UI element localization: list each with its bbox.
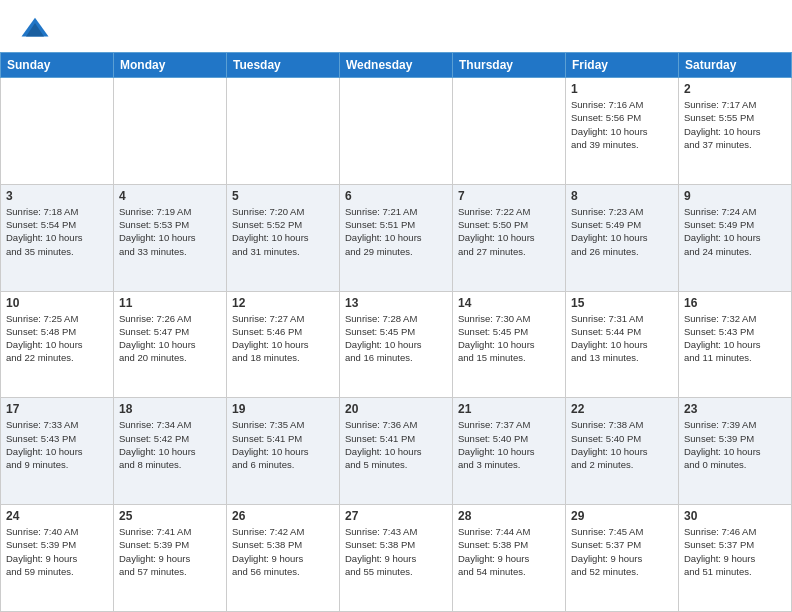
day-info: Sunrise: 7:38 AMSunset: 5:40 PMDaylight:… (571, 418, 673, 471)
day-number: 29 (571, 509, 673, 523)
calendar-week-row: 3Sunrise: 7:18 AMSunset: 5:54 PMDaylight… (1, 184, 792, 291)
weekday-header-wednesday: Wednesday (340, 53, 453, 78)
calendar-cell: 27Sunrise: 7:43 AMSunset: 5:38 PMDayligh… (340, 505, 453, 612)
day-info: Sunrise: 7:30 AMSunset: 5:45 PMDaylight:… (458, 312, 560, 365)
calendar-cell: 29Sunrise: 7:45 AMSunset: 5:37 PMDayligh… (566, 505, 679, 612)
header (0, 0, 792, 52)
logo-icon (20, 14, 50, 44)
day-number: 9 (684, 189, 786, 203)
day-number: 22 (571, 402, 673, 416)
calendar-cell: 10Sunrise: 7:25 AMSunset: 5:48 PMDayligh… (1, 291, 114, 398)
day-number: 20 (345, 402, 447, 416)
day-number: 1 (571, 82, 673, 96)
day-number: 13 (345, 296, 447, 310)
calendar-cell (340, 78, 453, 185)
calendar-cell: 2Sunrise: 7:17 AMSunset: 5:55 PMDaylight… (679, 78, 792, 185)
day-number: 28 (458, 509, 560, 523)
day-info: Sunrise: 7:42 AMSunset: 5:38 PMDaylight:… (232, 525, 334, 578)
calendar-cell (227, 78, 340, 185)
day-info: Sunrise: 7:19 AMSunset: 5:53 PMDaylight:… (119, 205, 221, 258)
day-info: Sunrise: 7:18 AMSunset: 5:54 PMDaylight:… (6, 205, 108, 258)
calendar-cell: 9Sunrise: 7:24 AMSunset: 5:49 PMDaylight… (679, 184, 792, 291)
calendar-cell (1, 78, 114, 185)
calendar-cell: 21Sunrise: 7:37 AMSunset: 5:40 PMDayligh… (453, 398, 566, 505)
day-info: Sunrise: 7:37 AMSunset: 5:40 PMDaylight:… (458, 418, 560, 471)
logo (20, 14, 54, 44)
calendar-cell: 12Sunrise: 7:27 AMSunset: 5:46 PMDayligh… (227, 291, 340, 398)
day-number: 26 (232, 509, 334, 523)
calendar-cell (453, 78, 566, 185)
day-info: Sunrise: 7:16 AMSunset: 5:56 PMDaylight:… (571, 98, 673, 151)
calendar-cell: 20Sunrise: 7:36 AMSunset: 5:41 PMDayligh… (340, 398, 453, 505)
day-info: Sunrise: 7:35 AMSunset: 5:41 PMDaylight:… (232, 418, 334, 471)
calendar-cell: 24Sunrise: 7:40 AMSunset: 5:39 PMDayligh… (1, 505, 114, 612)
calendar-header: SundayMondayTuesdayWednesdayThursdayFrid… (1, 53, 792, 78)
calendar-table: SundayMondayTuesdayWednesdayThursdayFrid… (0, 52, 792, 612)
calendar-week-row: 10Sunrise: 7:25 AMSunset: 5:48 PMDayligh… (1, 291, 792, 398)
day-info: Sunrise: 7:31 AMSunset: 5:44 PMDaylight:… (571, 312, 673, 365)
calendar-cell: 30Sunrise: 7:46 AMSunset: 5:37 PMDayligh… (679, 505, 792, 612)
day-number: 25 (119, 509, 221, 523)
calendar-cell: 23Sunrise: 7:39 AMSunset: 5:39 PMDayligh… (679, 398, 792, 505)
day-number: 10 (6, 296, 108, 310)
day-number: 15 (571, 296, 673, 310)
day-number: 7 (458, 189, 560, 203)
day-info: Sunrise: 7:43 AMSunset: 5:38 PMDaylight:… (345, 525, 447, 578)
day-number: 3 (6, 189, 108, 203)
day-info: Sunrise: 7:45 AMSunset: 5:37 PMDaylight:… (571, 525, 673, 578)
day-number: 14 (458, 296, 560, 310)
day-info: Sunrise: 7:26 AMSunset: 5:47 PMDaylight:… (119, 312, 221, 365)
day-number: 30 (684, 509, 786, 523)
calendar-cell: 8Sunrise: 7:23 AMSunset: 5:49 PMDaylight… (566, 184, 679, 291)
calendar-cell: 13Sunrise: 7:28 AMSunset: 5:45 PMDayligh… (340, 291, 453, 398)
calendar-week-row: 24Sunrise: 7:40 AMSunset: 5:39 PMDayligh… (1, 505, 792, 612)
calendar-cell: 17Sunrise: 7:33 AMSunset: 5:43 PMDayligh… (1, 398, 114, 505)
day-number: 11 (119, 296, 221, 310)
day-info: Sunrise: 7:25 AMSunset: 5:48 PMDaylight:… (6, 312, 108, 365)
calendar-cell: 15Sunrise: 7:31 AMSunset: 5:44 PMDayligh… (566, 291, 679, 398)
calendar-cell: 3Sunrise: 7:18 AMSunset: 5:54 PMDaylight… (1, 184, 114, 291)
calendar-cell: 28Sunrise: 7:44 AMSunset: 5:38 PMDayligh… (453, 505, 566, 612)
page: SundayMondayTuesdayWednesdayThursdayFrid… (0, 0, 792, 612)
weekday-header-sunday: Sunday (1, 53, 114, 78)
day-number: 17 (6, 402, 108, 416)
calendar-cell: 6Sunrise: 7:21 AMSunset: 5:51 PMDaylight… (340, 184, 453, 291)
day-info: Sunrise: 7:17 AMSunset: 5:55 PMDaylight:… (684, 98, 786, 151)
day-number: 18 (119, 402, 221, 416)
day-info: Sunrise: 7:22 AMSunset: 5:50 PMDaylight:… (458, 205, 560, 258)
weekday-header-tuesday: Tuesday (227, 53, 340, 78)
weekday-header-row: SundayMondayTuesdayWednesdayThursdayFrid… (1, 53, 792, 78)
calendar-cell: 22Sunrise: 7:38 AMSunset: 5:40 PMDayligh… (566, 398, 679, 505)
day-number: 27 (345, 509, 447, 523)
calendar-cell: 18Sunrise: 7:34 AMSunset: 5:42 PMDayligh… (114, 398, 227, 505)
calendar-cell: 19Sunrise: 7:35 AMSunset: 5:41 PMDayligh… (227, 398, 340, 505)
day-number: 6 (345, 189, 447, 203)
day-info: Sunrise: 7:34 AMSunset: 5:42 PMDaylight:… (119, 418, 221, 471)
day-number: 16 (684, 296, 786, 310)
calendar-cell: 16Sunrise: 7:32 AMSunset: 5:43 PMDayligh… (679, 291, 792, 398)
day-number: 5 (232, 189, 334, 203)
day-number: 19 (232, 402, 334, 416)
calendar-cell: 14Sunrise: 7:30 AMSunset: 5:45 PMDayligh… (453, 291, 566, 398)
day-info: Sunrise: 7:46 AMSunset: 5:37 PMDaylight:… (684, 525, 786, 578)
day-info: Sunrise: 7:40 AMSunset: 5:39 PMDaylight:… (6, 525, 108, 578)
day-info: Sunrise: 7:39 AMSunset: 5:39 PMDaylight:… (684, 418, 786, 471)
day-info: Sunrise: 7:20 AMSunset: 5:52 PMDaylight:… (232, 205, 334, 258)
weekday-header-thursday: Thursday (453, 53, 566, 78)
day-info: Sunrise: 7:28 AMSunset: 5:45 PMDaylight:… (345, 312, 447, 365)
day-number: 24 (6, 509, 108, 523)
calendar-week-row: 1Sunrise: 7:16 AMSunset: 5:56 PMDaylight… (1, 78, 792, 185)
day-info: Sunrise: 7:33 AMSunset: 5:43 PMDaylight:… (6, 418, 108, 471)
day-info: Sunrise: 7:24 AMSunset: 5:49 PMDaylight:… (684, 205, 786, 258)
day-number: 8 (571, 189, 673, 203)
weekday-header-friday: Friday (566, 53, 679, 78)
calendar-cell: 1Sunrise: 7:16 AMSunset: 5:56 PMDaylight… (566, 78, 679, 185)
weekday-header-monday: Monday (114, 53, 227, 78)
day-info: Sunrise: 7:23 AMSunset: 5:49 PMDaylight:… (571, 205, 673, 258)
calendar-week-row: 17Sunrise: 7:33 AMSunset: 5:43 PMDayligh… (1, 398, 792, 505)
day-info: Sunrise: 7:44 AMSunset: 5:38 PMDaylight:… (458, 525, 560, 578)
day-number: 21 (458, 402, 560, 416)
weekday-header-saturday: Saturday (679, 53, 792, 78)
calendar-cell: 4Sunrise: 7:19 AMSunset: 5:53 PMDaylight… (114, 184, 227, 291)
day-info: Sunrise: 7:41 AMSunset: 5:39 PMDaylight:… (119, 525, 221, 578)
